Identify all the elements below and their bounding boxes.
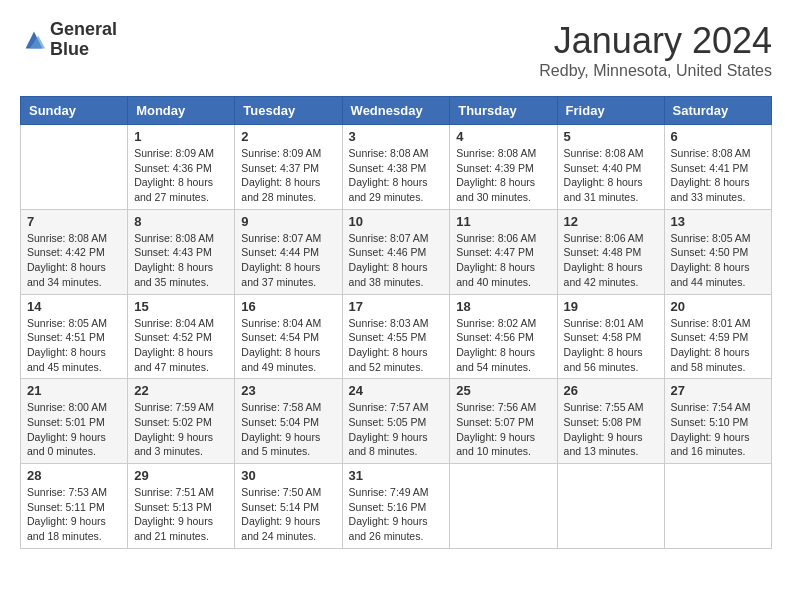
calendar-cell: 15Sunrise: 8:04 AMSunset: 4:52 PMDayligh…: [128, 294, 235, 379]
page-header: General Blue January 2024 Redby, Minneso…: [20, 20, 772, 80]
day-number: 2: [241, 129, 335, 144]
calendar-week-row: 28Sunrise: 7:53 AMSunset: 5:11 PMDayligh…: [21, 464, 772, 549]
day-number: 10: [349, 214, 444, 229]
calendar-cell: 10Sunrise: 8:07 AMSunset: 4:46 PMDayligh…: [342, 209, 450, 294]
calendar-cell: 18Sunrise: 8:02 AMSunset: 4:56 PMDayligh…: [450, 294, 557, 379]
day-number: 30: [241, 468, 335, 483]
logo: General Blue: [20, 20, 117, 60]
calendar-cell: 28Sunrise: 7:53 AMSunset: 5:11 PMDayligh…: [21, 464, 128, 549]
calendar-cell: 27Sunrise: 7:54 AMSunset: 5:10 PMDayligh…: [664, 379, 771, 464]
day-number: 22: [134, 383, 228, 398]
day-number: 7: [27, 214, 121, 229]
day-info: Sunrise: 7:49 AMSunset: 5:16 PMDaylight:…: [349, 485, 444, 544]
day-number: 27: [671, 383, 765, 398]
month-title: January 2024: [539, 20, 772, 62]
calendar-cell: 20Sunrise: 8:01 AMSunset: 4:59 PMDayligh…: [664, 294, 771, 379]
weekday-header-saturday: Saturday: [664, 97, 771, 125]
weekday-header-friday: Friday: [557, 97, 664, 125]
day-info: Sunrise: 8:08 AMSunset: 4:40 PMDaylight:…: [564, 146, 658, 205]
calendar-cell: 14Sunrise: 8:05 AMSunset: 4:51 PMDayligh…: [21, 294, 128, 379]
calendar-cell: 16Sunrise: 8:04 AMSunset: 4:54 PMDayligh…: [235, 294, 342, 379]
day-info: Sunrise: 8:04 AMSunset: 4:52 PMDaylight:…: [134, 316, 228, 375]
weekday-header-wednesday: Wednesday: [342, 97, 450, 125]
calendar-cell: 22Sunrise: 7:59 AMSunset: 5:02 PMDayligh…: [128, 379, 235, 464]
day-number: 21: [27, 383, 121, 398]
day-info: Sunrise: 8:08 AMSunset: 4:41 PMDaylight:…: [671, 146, 765, 205]
day-number: 8: [134, 214, 228, 229]
calendar-cell: 3Sunrise: 8:08 AMSunset: 4:38 PMDaylight…: [342, 125, 450, 210]
day-info: Sunrise: 7:54 AMSunset: 5:10 PMDaylight:…: [671, 400, 765, 459]
day-number: 15: [134, 299, 228, 314]
day-number: 3: [349, 129, 444, 144]
day-info: Sunrise: 8:06 AMSunset: 4:47 PMDaylight:…: [456, 231, 550, 290]
day-info: Sunrise: 8:01 AMSunset: 4:58 PMDaylight:…: [564, 316, 658, 375]
day-info: Sunrise: 7:55 AMSunset: 5:08 PMDaylight:…: [564, 400, 658, 459]
day-number: 31: [349, 468, 444, 483]
day-number: 1: [134, 129, 228, 144]
calendar-cell: 4Sunrise: 8:08 AMSunset: 4:39 PMDaylight…: [450, 125, 557, 210]
day-info: Sunrise: 8:09 AMSunset: 4:37 PMDaylight:…: [241, 146, 335, 205]
day-info: Sunrise: 8:00 AMSunset: 5:01 PMDaylight:…: [27, 400, 121, 459]
day-number: 12: [564, 214, 658, 229]
day-info: Sunrise: 8:08 AMSunset: 4:43 PMDaylight:…: [134, 231, 228, 290]
weekday-header-sunday: Sunday: [21, 97, 128, 125]
day-info: Sunrise: 8:06 AMSunset: 4:48 PMDaylight:…: [564, 231, 658, 290]
calendar-cell: 12Sunrise: 8:06 AMSunset: 4:48 PMDayligh…: [557, 209, 664, 294]
day-info: Sunrise: 7:58 AMSunset: 5:04 PMDaylight:…: [241, 400, 335, 459]
calendar-week-row: 21Sunrise: 8:00 AMSunset: 5:01 PMDayligh…: [21, 379, 772, 464]
calendar-cell: [21, 125, 128, 210]
calendar-cell: [450, 464, 557, 549]
weekday-header-tuesday: Tuesday: [235, 97, 342, 125]
weekday-header-thursday: Thursday: [450, 97, 557, 125]
day-number: 14: [27, 299, 121, 314]
day-number: 26: [564, 383, 658, 398]
calendar-cell: [664, 464, 771, 549]
day-number: 9: [241, 214, 335, 229]
calendar-cell: 21Sunrise: 8:00 AMSunset: 5:01 PMDayligh…: [21, 379, 128, 464]
calendar-cell: 26Sunrise: 7:55 AMSunset: 5:08 PMDayligh…: [557, 379, 664, 464]
calendar-cell: 13Sunrise: 8:05 AMSunset: 4:50 PMDayligh…: [664, 209, 771, 294]
calendar-cell: 17Sunrise: 8:03 AMSunset: 4:55 PMDayligh…: [342, 294, 450, 379]
calendar-cell: 1Sunrise: 8:09 AMSunset: 4:36 PMDaylight…: [128, 125, 235, 210]
day-number: 18: [456, 299, 550, 314]
day-info: Sunrise: 8:02 AMSunset: 4:56 PMDaylight:…: [456, 316, 550, 375]
calendar-cell: 30Sunrise: 7:50 AMSunset: 5:14 PMDayligh…: [235, 464, 342, 549]
day-number: 11: [456, 214, 550, 229]
day-number: 17: [349, 299, 444, 314]
day-number: 16: [241, 299, 335, 314]
day-number: 4: [456, 129, 550, 144]
day-info: Sunrise: 7:59 AMSunset: 5:02 PMDaylight:…: [134, 400, 228, 459]
weekday-header-monday: Monday: [128, 97, 235, 125]
day-info: Sunrise: 8:08 AMSunset: 4:39 PMDaylight:…: [456, 146, 550, 205]
calendar-week-row: 7Sunrise: 8:08 AMSunset: 4:42 PMDaylight…: [21, 209, 772, 294]
day-number: 23: [241, 383, 335, 398]
day-number: 6: [671, 129, 765, 144]
day-info: Sunrise: 7:56 AMSunset: 5:07 PMDaylight:…: [456, 400, 550, 459]
calendar-cell: [557, 464, 664, 549]
location: Redby, Minnesota, United States: [539, 62, 772, 80]
calendar-cell: 5Sunrise: 8:08 AMSunset: 4:40 PMDaylight…: [557, 125, 664, 210]
day-info: Sunrise: 7:57 AMSunset: 5:05 PMDaylight:…: [349, 400, 444, 459]
calendar-table: SundayMondayTuesdayWednesdayThursdayFrid…: [20, 96, 772, 549]
calendar-cell: 6Sunrise: 8:08 AMSunset: 4:41 PMDaylight…: [664, 125, 771, 210]
calendar-cell: 9Sunrise: 8:07 AMSunset: 4:44 PMDaylight…: [235, 209, 342, 294]
logo-text: General Blue: [50, 20, 117, 60]
calendar-cell: 7Sunrise: 8:08 AMSunset: 4:42 PMDaylight…: [21, 209, 128, 294]
day-info: Sunrise: 8:08 AMSunset: 4:42 PMDaylight:…: [27, 231, 121, 290]
day-info: Sunrise: 8:07 AMSunset: 4:44 PMDaylight:…: [241, 231, 335, 290]
day-number: 13: [671, 214, 765, 229]
title-block: January 2024 Redby, Minnesota, United St…: [539, 20, 772, 80]
day-info: Sunrise: 8:04 AMSunset: 4:54 PMDaylight:…: [241, 316, 335, 375]
day-info: Sunrise: 8:09 AMSunset: 4:36 PMDaylight:…: [134, 146, 228, 205]
calendar-cell: 31Sunrise: 7:49 AMSunset: 5:16 PMDayligh…: [342, 464, 450, 549]
day-number: 5: [564, 129, 658, 144]
weekday-header-row: SundayMondayTuesdayWednesdayThursdayFrid…: [21, 97, 772, 125]
day-info: Sunrise: 8:05 AMSunset: 4:51 PMDaylight:…: [27, 316, 121, 375]
calendar-cell: 11Sunrise: 8:06 AMSunset: 4:47 PMDayligh…: [450, 209, 557, 294]
day-info: Sunrise: 8:01 AMSunset: 4:59 PMDaylight:…: [671, 316, 765, 375]
day-number: 24: [349, 383, 444, 398]
day-info: Sunrise: 8:07 AMSunset: 4:46 PMDaylight:…: [349, 231, 444, 290]
calendar-cell: 23Sunrise: 7:58 AMSunset: 5:04 PMDayligh…: [235, 379, 342, 464]
calendar-cell: 19Sunrise: 8:01 AMSunset: 4:58 PMDayligh…: [557, 294, 664, 379]
calendar-cell: 8Sunrise: 8:08 AMSunset: 4:43 PMDaylight…: [128, 209, 235, 294]
